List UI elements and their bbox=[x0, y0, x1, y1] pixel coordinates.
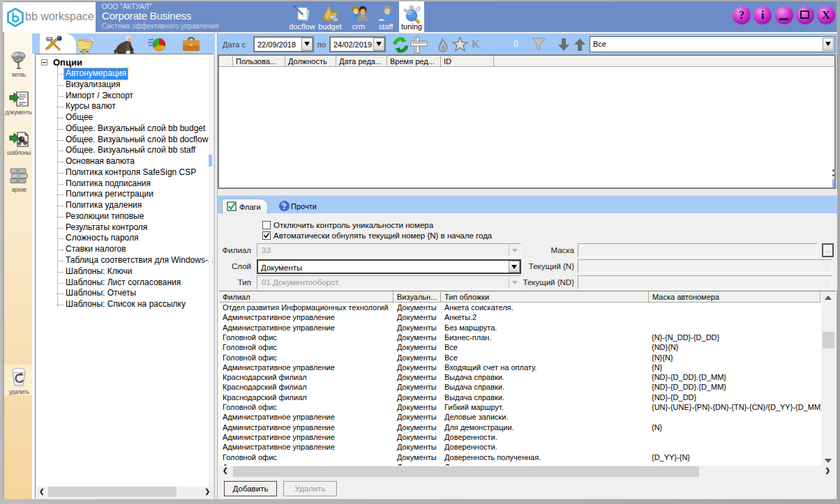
svg-text:?: ? bbox=[283, 201, 287, 211]
